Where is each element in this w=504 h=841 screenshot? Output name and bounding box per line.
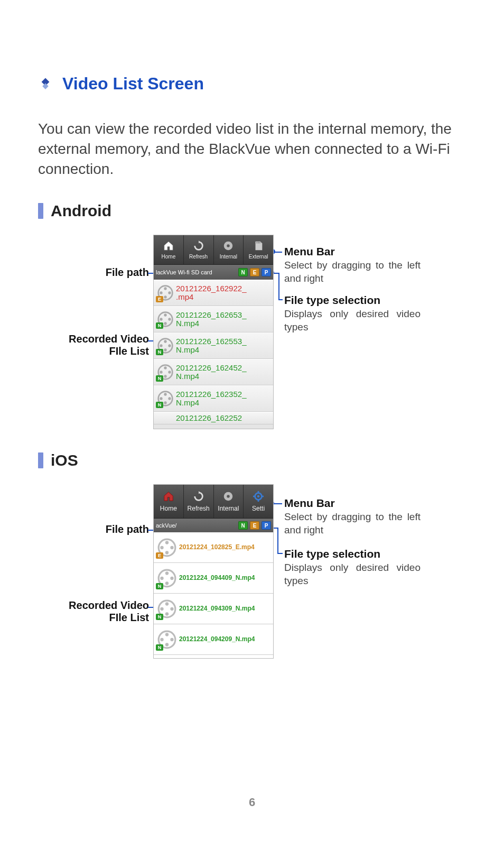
label-file-type-title: File type selection: [284, 294, 380, 307]
badge-e: E: [156, 296, 163, 302]
list-item[interactable]: N 20121226_162352_N.mp4: [154, 385, 273, 412]
tab-settings-label: Setti: [252, 505, 265, 512]
svg-point-53: [165, 612, 169, 615]
file-list[interactable]: E 20121226_162922_.mp4 N 20121226_162653…: [154, 280, 273, 424]
svg-point-43: [165, 551, 169, 554]
section-title: Video List Screen: [62, 74, 204, 94]
home-icon: [163, 491, 174, 504]
list-item[interactable]: N 20121224_094309_N.mp4: [154, 594, 273, 624]
tab-home[interactable]: Home: [154, 485, 184, 518]
tab-internal[interactable]: Internal: [214, 235, 244, 264]
svg-rect-6: [259, 242, 260, 244]
label-recorded-list: Recorded Video FIle List: [69, 599, 149, 624]
file-name: 20121224_102825_E.mp4: [179, 544, 255, 551]
svg-point-24: [168, 371, 171, 374]
tab-settings[interactable]: Setti: [244, 485, 273, 518]
file-name: 20121226_162922_.mp4: [176, 284, 246, 302]
svg-point-16: [160, 318, 162, 321]
badge-n: N: [156, 644, 163, 651]
svg-point-47: [170, 577, 173, 580]
file-name: 20121224_094209_N.mp4: [179, 636, 255, 643]
callout-line: [278, 299, 283, 300]
tab-internal-label: Internal: [218, 505, 239, 512]
badge-e: E: [156, 552, 163, 559]
file-name: 20121226_162352_N.mp4: [176, 390, 246, 408]
film-reel-icon: N: [157, 364, 174, 381]
tab-refresh[interactable]: Refresh: [184, 235, 214, 264]
file-name: 20121226_162553_N.mp4: [176, 337, 246, 355]
list-item[interactable]: N 20121226_162553_N.mp4: [154, 332, 273, 359]
file-path-text: lackVue Wi-fi SD card: [156, 269, 236, 275]
badge-n: N: [156, 402, 163, 408]
home-icon: [163, 240, 174, 253]
file-name: 20121224_094409_N.mp4: [179, 575, 255, 581]
svg-point-29: [168, 398, 171, 400]
tab-external[interactable]: External: [244, 235, 273, 264]
badge-n: N: [156, 322, 163, 329]
file-list[interactable]: E 20121224_102825_E.mp4 N 20121224_09440…: [154, 532, 273, 659]
label-recorded-list: Recorded Video FIle List: [69, 333, 149, 357]
svg-point-13: [164, 314, 166, 317]
svg-point-26: [160, 371, 162, 374]
svg-point-42: [170, 546, 173, 549]
film-reel-icon: N: [157, 568, 177, 588]
chip-e[interactable]: E: [250, 521, 259, 530]
tab-refresh-label: Refresh: [189, 254, 208, 260]
ios-heading: iOS: [51, 451, 78, 469]
callout-line: [278, 273, 279, 299]
menu-bar[interactable]: Home Refresh Internal Setti: [154, 485, 273, 519]
svg-point-9: [168, 292, 171, 294]
android-screenshot: Home Refresh Internal External lackVue W…: [153, 235, 274, 429]
list-item[interactable]: 20121224_094109_N.mp4: [154, 655, 273, 659]
svg-point-23: [164, 367, 166, 369]
chip-p[interactable]: P: [262, 521, 271, 530]
label-menu-bar-body: Select by dragging to the left and right: [284, 511, 421, 537]
intro-paragraph: You can view the recorded video list in …: [38, 119, 466, 179]
chip-n[interactable]: N: [238, 268, 248, 276]
svg-point-44: [160, 546, 163, 549]
menu-bar[interactable]: Home Refresh Internal External: [154, 235, 273, 265]
film-reel-icon: N: [157, 630, 177, 650]
film-reel-icon: N: [157, 337, 174, 354]
svg-point-56: [165, 633, 169, 636]
svg-point-41: [165, 541, 169, 544]
tab-refresh[interactable]: Refresh: [184, 485, 214, 518]
sd-card-icon: [253, 240, 264, 253]
android-diagram: File path Recorded Video FIle List Menu …: [38, 235, 466, 430]
svg-point-49: [160, 577, 163, 580]
label-menu-bar-title: Menu Bar: [284, 245, 335, 258]
chip-p[interactable]: P: [262, 268, 271, 276]
badge-n: N: [156, 349, 163, 355]
label-file-type-body: Displays only desired video types: [284, 308, 421, 334]
list-item[interactable]: E 20121224_102825_E.mp4: [154, 532, 273, 563]
film-reel-icon: [157, 412, 174, 424]
svg-point-3: [227, 245, 230, 248]
badge-n: N: [156, 375, 163, 382]
list-item[interactable]: E 20121226_162922_.mp4: [154, 280, 273, 306]
label-recorded-list-l2: FIle List: [69, 612, 149, 624]
list-item[interactable]: N 20121224_094409_N.mp4: [154, 563, 273, 594]
heading-bar-icon: [38, 203, 43, 219]
ios-diagram: File path Recorded Video FIle List Menu …: [38, 484, 466, 664]
label-recorded-list-l1: Recorded Video: [69, 333, 149, 345]
tab-internal[interactable]: Internal: [214, 485, 244, 518]
list-item[interactable]: 20121226_162252: [154, 412, 273, 424]
svg-point-10: [164, 296, 166, 299]
tab-home[interactable]: Home: [154, 235, 184, 264]
file-name: 20121224_094309_N.mp4: [179, 605, 255, 612]
svg-point-54: [160, 607, 163, 611]
list-item[interactable]: N 20121226_162653_N.mp4: [154, 306, 273, 332]
list-item[interactable]: N 20121226_162452_N.mp4: [154, 359, 273, 385]
callout-line: [277, 553, 283, 554]
film-reel-icon: N: [157, 599, 177, 619]
chip-e[interactable]: E: [250, 268, 259, 276]
refresh-icon: [193, 491, 204, 504]
label-recorded-list-l1: Recorded Video: [69, 599, 149, 612]
android-heading: Android: [51, 202, 111, 220]
svg-point-30: [164, 402, 166, 404]
list-item[interactable]: N 20121224_094209_N.mp4: [154, 624, 273, 655]
tab-home-label: Home: [160, 505, 177, 512]
svg-point-35: [257, 495, 260, 498]
svg-rect-4: [256, 242, 257, 244]
chip-n[interactable]: N: [238, 521, 248, 530]
